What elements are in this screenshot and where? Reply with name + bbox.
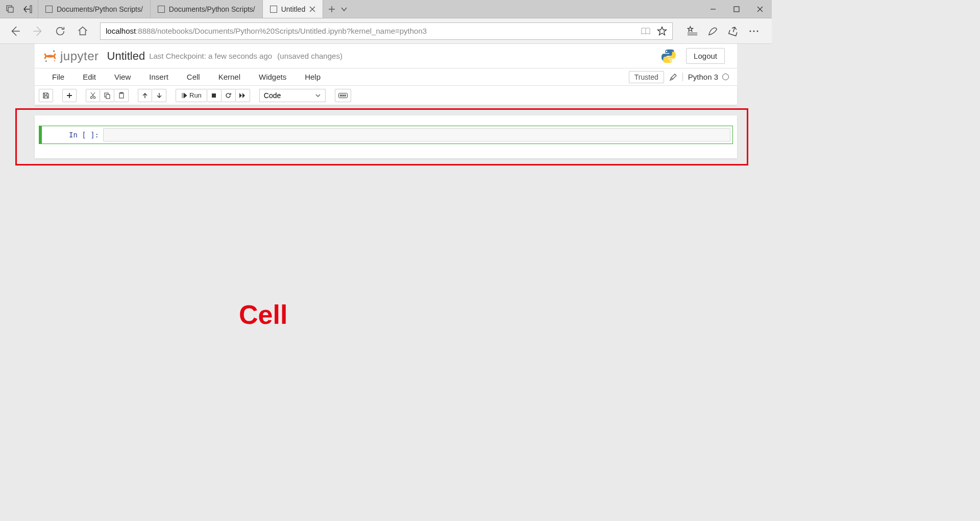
svg-rect-3 [734,7,739,12]
cut-button[interactable] [86,89,100,102]
menu-cell[interactable]: Cell [178,73,209,81]
jupyter-logo[interactable]: jupyter [43,49,99,63]
cell-type-value: Code [264,91,281,100]
tab-favicon-icon [45,6,53,13]
kernel-indicator[interactable]: Python 3 [682,73,729,81]
jupyter-page: jupyter Untitled Last Checkpoint: a few … [0,44,772,412]
home-button[interactable] [72,21,93,41]
svg-point-9 [54,60,55,61]
tab-title: Documents/Python Scripts/ [57,5,143,13]
new-tab-icon[interactable] [328,6,335,13]
browser-tab-strip: Documents/Python Scripts/ Documents/Pyth… [0,0,772,18]
close-window-button[interactable] [748,0,772,18]
url-bar[interactable]: localhost:8888/notebooks/Documents/Pytho… [100,22,673,40]
notebook-area: In [ ]: [35,115,737,158]
svg-rect-2 [30,6,32,13]
notebook-title[interactable]: Untitled [107,50,145,63]
favorites-list-icon[interactable] [687,26,698,37]
jupyter-header: jupyter Untitled Last Checkpoint: a few … [35,44,737,68]
tab-0[interactable]: Documents/Python Scripts/ [38,0,151,18]
annotation-cell-label: Cell [239,299,287,330]
chevron-down-icon [315,92,321,99]
svg-point-6 [757,30,758,32]
tab-1[interactable]: Documents/Python Scripts/ [151,0,263,18]
svg-rect-1 [8,7,13,12]
tab-favicon-icon [158,6,165,13]
logout-button[interactable]: Logout [686,48,725,64]
notes-icon[interactable] [707,26,719,37]
run-icon [181,92,187,99]
maximize-button[interactable] [725,0,748,18]
browser-left-buttons [0,0,38,18]
close-tab-icon[interactable] [309,6,315,12]
reading-view-icon[interactable] [641,27,651,36]
svg-point-10 [666,51,668,52]
cell-input[interactable] [103,128,730,141]
python-logo-icon [660,48,677,64]
kernel-name: Python 3 [688,73,718,81]
svg-rect-18 [212,93,216,98]
save-button[interactable] [39,89,53,102]
copy-button[interactable] [100,89,114,102]
tab-actions [323,0,353,18]
cell-type-select[interactable]: Code [259,89,326,102]
browser-right-tools [680,26,767,37]
run-group: Run [176,89,250,102]
add-cell-button[interactable] [62,89,77,102]
menu-help[interactable]: Help [296,73,330,81]
run-button[interactable]: Run [176,89,207,102]
tab-favicon-icon [270,6,277,13]
svg-point-4 [750,30,751,32]
menu-view[interactable]: View [105,73,140,81]
svg-point-7 [53,50,55,52]
svg-point-11 [670,60,672,62]
svg-rect-15 [106,94,110,99]
favorite-star-icon[interactable] [657,26,667,36]
url-path: :8888/notebooks/Documents/Python%20Scrip… [136,27,427,35]
minimize-button[interactable] [701,0,725,18]
move-down-button[interactable] [152,89,166,102]
command-palette-button[interactable] [335,89,351,102]
menu-file[interactable]: File [43,73,74,81]
window-controls [701,0,772,18]
svg-rect-21 [341,94,342,97]
kernel-status-icon [722,74,729,80]
tab-overview-icon[interactable] [3,0,17,18]
menu-insert[interactable]: Insert [140,73,178,81]
share-icon[interactable] [728,26,739,37]
jupyter-logo-text: jupyter [60,49,99,63]
cut-copy-paste-group [86,89,129,102]
cell-prompt: In [ ]: [42,126,103,144]
restart-button[interactable] [222,89,236,102]
jupyter-logo-icon [43,49,57,63]
svg-rect-20 [340,94,341,97]
menu-edit[interactable]: Edit [74,73,105,81]
more-icon[interactable] [748,29,760,33]
jupyter-toolbar: Run Code [35,86,737,105]
checkpoint-text: Last Checkpoint: a few seconds ago (unsa… [149,52,342,60]
set-aside-tabs-icon[interactable] [20,0,35,18]
svg-point-8 [45,60,47,62]
trusted-indicator[interactable]: Trusted [629,71,664,83]
interrupt-button[interactable] [207,89,222,102]
code-cell[interactable]: In [ ]: [39,126,733,144]
run-label: Run [189,91,202,99]
browser-nav-bar: localhost:8888/notebooks/Documents/Pytho… [0,18,772,44]
tab-2-active[interactable]: Untitled [263,0,323,18]
menu-widgets[interactable]: Widgets [250,73,296,81]
menu-kernel[interactable]: Kernel [209,73,250,81]
svg-point-5 [753,30,755,32]
move-up-button[interactable] [138,89,152,102]
svg-point-12 [90,97,92,99]
svg-point-13 [93,97,95,99]
svg-rect-23 [344,94,345,97]
paste-button[interactable] [114,89,129,102]
svg-rect-24 [345,94,346,97]
move-group [138,89,166,102]
edit-pencil-icon[interactable] [669,73,677,81]
restart-run-all-button[interactable] [236,89,250,102]
tab-dropdown-icon[interactable] [340,6,348,13]
refresh-button[interactable] [50,21,70,41]
forward-button[interactable] [28,21,48,41]
back-button[interactable] [5,21,26,41]
